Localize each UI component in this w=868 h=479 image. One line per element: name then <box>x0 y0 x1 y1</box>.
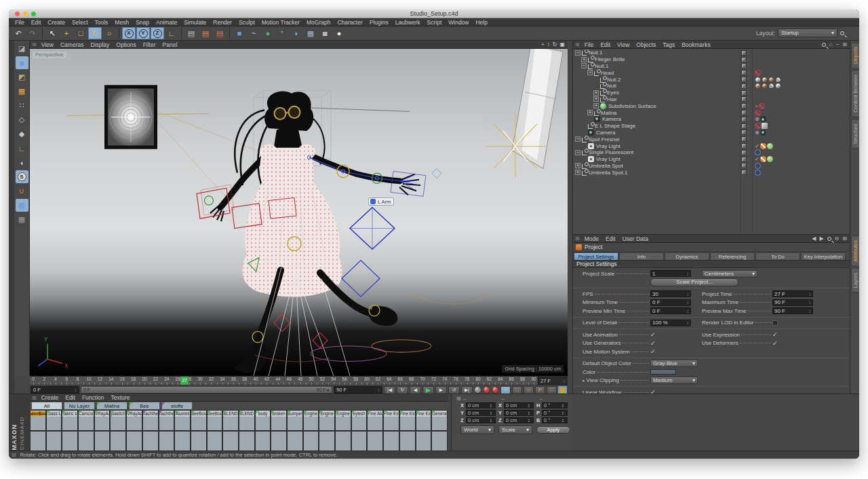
blue-disc-tag-icon[interactable] <box>755 149 761 155</box>
material-swatch[interactable] <box>319 431 335 451</box>
material-menu-texture[interactable]: Texture <box>107 394 133 402</box>
render-lod-checkbox[interactable] <box>772 320 778 326</box>
object-row-umbrella-spot-1[interactable]: +Umbrella Spot.1∶ <box>573 169 850 176</box>
material-engine[interactable]: Engine <box>335 410 351 431</box>
layer-icon[interactable] <box>741 90 747 96</box>
app-menu-render[interactable]: Render <box>210 18 235 26</box>
dock-tab-attributes[interactable]: Attributes <box>851 235 859 267</box>
material-general[interactable]: General <box>431 410 448 431</box>
object-manager-menu-file[interactable]: File <box>581 41 597 49</box>
material-tab-malina[interactable]: Malina <box>96 402 127 410</box>
object-row-null-1[interactable]: −Null.1∶ <box>573 63 850 70</box>
object-row-single-fluorescent[interactable]: −Single Fluorescent∶ <box>573 149 850 156</box>
scale-project-button[interactable]: Scale Project... <box>650 278 738 286</box>
record-button[interactable] <box>474 386 481 394</box>
visibility-dots-icon[interactable]: ∶ <box>748 90 749 96</box>
red-disc-tag-icon[interactable] <box>755 70 761 76</box>
expand-toggle[interactable]: − <box>575 136 580 142</box>
preview-max-time-field[interactable]: 90 F↕ <box>772 307 813 314</box>
app-menu-animate[interactable]: Animate <box>153 18 180 26</box>
layer-icon[interactable] <box>741 163 747 168</box>
object-manager[interactable]: −Null.1∶+Flieger Brille∶−Null.1∶−Head∶Nu… <box>573 50 850 234</box>
tab-referencing[interactable]: Referencing <box>710 252 755 260</box>
apply-button[interactable]: Apply <box>536 426 570 434</box>
material-glass-li[interactable]: Glass Li <box>46 410 62 431</box>
material-swatch[interactable] <box>222 431 239 451</box>
layer-icon[interactable] <box>741 170 747 175</box>
material-eylesh[interactable]: eylesh <box>351 410 368 431</box>
color-swatch[interactable] <box>650 369 676 375</box>
layer-icon[interactable] <box>741 157 747 162</box>
x-axis-lock-icon[interactable]: X <box>122 27 136 39</box>
visibility-dots-icon[interactable]: ∶ <box>748 63 749 69</box>
orange-disc-tag-icon[interactable] <box>760 156 766 162</box>
key-pla-toggle[interactable]: ∷ <box>547 386 557 394</box>
material-engine[interactable]: Engine <box>319 410 335 431</box>
expand-toggle[interactable]: − <box>575 150 580 155</box>
render-settings-icon[interactable]: ▤ <box>213 27 226 39</box>
object-row-malina[interactable]: +Malina∶ <box>573 109 850 116</box>
rotation-h-field[interactable]: H0 °↕ <box>536 402 570 408</box>
object-row-null-2[interactable]: Null.2∶ <box>573 76 850 83</box>
visibility-dots-icon[interactable]: ∶ <box>748 130 749 135</box>
layer-icon[interactable] <box>741 123 747 129</box>
material-swatch[interactable] <box>383 431 399 451</box>
pan-view-icon[interactable]: + <box>541 41 545 47</box>
app-menu-character[interactable]: Character <box>334 18 366 26</box>
material-swatch[interactable] <box>191 431 207 451</box>
material-thumb-icon[interactable] <box>755 83 761 89</box>
material-swatch[interactable] <box>399 431 416 451</box>
material-blend-[interactable]: BLEND_ <box>239 410 255 431</box>
app-menu-edit[interactable]: Edit <box>28 18 45 26</box>
material-beeboo[interactable]: BeeBoo <box>30 410 46 431</box>
attr-back-icon[interactable]: ◀ <box>812 235 816 242</box>
material-alumini[interactable]: Alumini <box>174 410 191 431</box>
add-environment-icon[interactable]: ▦ <box>304 27 317 39</box>
key-parameter-toggle[interactable]: P <box>535 386 545 394</box>
app-menu-snap[interactable]: Snap <box>132 18 153 26</box>
position-x-field[interactable]: X0 cm↕ <box>460 402 498 408</box>
rotation-p-field[interactable]: P0 °↕ <box>536 410 570 416</box>
layer-icon[interactable] <box>741 77 747 82</box>
key-scale-toggle[interactable]: □ <box>512 386 522 394</box>
visibility-dots-icon[interactable]: ∶ <box>748 103 749 109</box>
app-menu-window[interactable]: Window <box>445 18 472 26</box>
material-vrayad[interactable]: VRayAd <box>126 410 142 431</box>
target-tag-icon[interactable]: ⊕ <box>755 116 760 122</box>
z-axis-lock-icon[interactable]: Z <box>151 27 164 39</box>
material-beeboo[interactable]: BeeBoo <box>207 410 223 431</box>
app-menu-motion-tracker[interactable]: Motion Tracker <box>258 18 303 26</box>
maximum-time-field[interactable]: 90 F↕ <box>772 299 813 306</box>
make-editable-icon[interactable]: ◪ <box>16 42 28 55</box>
attribute-menu-user-data[interactable]: User Data <box>619 235 652 243</box>
om-home-icon[interactable]: ⌂ <box>829 41 833 47</box>
autokey-button[interactable] <box>483 386 490 394</box>
position-y-field[interactable]: Y0 cm↕ <box>460 410 498 416</box>
material-swatch[interactable] <box>30 431 46 451</box>
current-frame-field[interactable]: 27 F↕ <box>538 377 568 385</box>
magnet-icon[interactable]: ∪ <box>16 185 28 197</box>
toggle-view-icon[interactable]: ▣ <box>559 41 565 47</box>
material-swatch[interactable] <box>303 431 319 451</box>
y-axis-lock-icon[interactable]: Y <box>136 27 150 39</box>
material-tab-no-layer[interactable]: No Layer <box>64 402 95 410</box>
expand-toggle[interactable]: + <box>587 110 593 115</box>
material-vrayad[interactable]: VRayAd <box>94 410 111 431</box>
tab-key-interpolation[interactable]: Key Interpolation <box>801 252 846 260</box>
layer-icon[interactable] <box>741 50 747 56</box>
previous-frame-button[interactable]: ◀ <box>410 386 421 394</box>
app-menu-file[interactable]: File <box>12 18 28 26</box>
preview-range-slider[interactable]: 0 F90 F ▸ <box>81 386 332 394</box>
tab-dynamics[interactable]: Dynamics <box>665 252 709 260</box>
material-nachthe[interactable]: nachthe <box>142 410 159 431</box>
layer-icon[interactable] <box>741 57 747 62</box>
object-manager-menu-bookmarks[interactable]: Bookmarks <box>678 41 714 49</box>
app-menu-tools[interactable]: Tools <box>92 18 112 26</box>
material-thumb-icon[interactable] <box>768 77 774 83</box>
material-swatch[interactable] <box>159 431 175 451</box>
add-deformer-icon[interactable]: ◗ <box>290 27 303 39</box>
material-swatch[interactable] <box>335 431 351 451</box>
app-menu-plugins[interactable]: Plugins <box>366 18 392 26</box>
use-motion-system-checkbox[interactable]: ✓ <box>650 348 691 355</box>
visibility-dots-icon[interactable]: ∶ <box>748 117 749 122</box>
